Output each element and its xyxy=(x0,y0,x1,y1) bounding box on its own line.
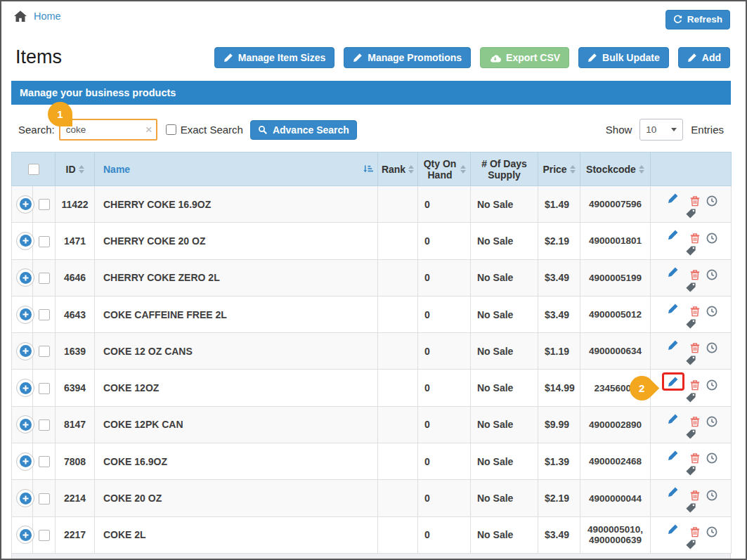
tag-icon[interactable] xyxy=(685,245,696,256)
export-csv-button[interactable]: Export CSV xyxy=(480,47,569,68)
edit-icon[interactable] xyxy=(668,303,679,314)
row-checkbox[interactable] xyxy=(39,199,50,210)
expand-row-button[interactable] xyxy=(16,379,34,397)
column-header-stockcode[interactable]: Stockcode xyxy=(580,152,651,186)
item-stockcode: 4900007596 xyxy=(580,186,651,223)
row-checkbox[interactable] xyxy=(39,493,50,504)
edit-icon[interactable] xyxy=(668,229,679,240)
tag-icon[interactable] xyxy=(685,208,696,219)
delete-icon[interactable] xyxy=(690,342,700,353)
delete-icon[interactable] xyxy=(690,195,700,207)
history-icon[interactable] xyxy=(706,195,717,207)
search-input[interactable] xyxy=(59,119,157,141)
edit-icon[interactable] xyxy=(668,193,679,204)
tag-icon[interactable] xyxy=(685,539,696,550)
history-icon[interactable] xyxy=(706,233,717,244)
edit-icon[interactable] xyxy=(668,339,679,351)
expand-row-button[interactable] xyxy=(16,452,34,471)
expand-row-button[interactable] xyxy=(16,415,34,434)
column-header-rank[interactable]: Rank xyxy=(378,152,418,186)
item-id: 2214 xyxy=(56,480,95,516)
row-checkbox[interactable] xyxy=(39,309,50,320)
item-stockcode: 4900000044 xyxy=(580,480,651,516)
row-checkbox[interactable] xyxy=(39,530,50,541)
clear-search-icon[interactable]: × xyxy=(145,124,152,136)
item-price: $9.99 xyxy=(538,406,580,443)
exact-search-checkbox[interactable] xyxy=(166,124,176,135)
plus-circle-icon xyxy=(20,308,32,320)
column-header-days-supply[interactable]: # Of Days Supply xyxy=(471,152,538,186)
item-qty-on-hand: 0 xyxy=(418,296,471,332)
row-checkbox[interactable] xyxy=(39,383,50,394)
item-id: 4643 xyxy=(56,296,95,332)
breadcrumb-home-link[interactable]: Home xyxy=(34,11,61,22)
plus-circle-icon xyxy=(20,493,32,504)
row-checkbox[interactable] xyxy=(39,419,50,431)
tag-icon[interactable] xyxy=(685,502,696,514)
expand-row-button[interactable] xyxy=(16,306,34,324)
expand-row-button[interactable] xyxy=(16,342,34,360)
edit-highlight-box xyxy=(662,336,684,354)
manage-item-sizes-button[interactable]: Manage Item Sizes xyxy=(214,47,335,68)
history-icon[interactable] xyxy=(706,342,717,353)
row-checkbox[interactable] xyxy=(39,456,50,467)
edit-highlight-box xyxy=(662,226,684,244)
item-rank xyxy=(378,516,418,553)
history-icon[interactable] xyxy=(706,526,717,538)
tag-icon[interactable] xyxy=(685,392,696,403)
column-header-id[interactable]: ID xyxy=(56,152,95,186)
row-checkbox[interactable] xyxy=(39,346,50,357)
edit-icon[interactable] xyxy=(668,450,679,461)
history-icon[interactable] xyxy=(706,306,717,317)
edit-icon[interactable] xyxy=(668,266,679,278)
column-header-price[interactable]: Price xyxy=(538,152,580,186)
column-header-qty-on-hand[interactable]: Qty On Hand xyxy=(418,152,471,186)
expand-row-button[interactable] xyxy=(16,489,34,507)
expand-row-button[interactable] xyxy=(16,195,34,214)
delete-icon[interactable] xyxy=(690,233,700,244)
sort-icon xyxy=(570,165,576,174)
refresh-button[interactable]: Refresh xyxy=(665,10,730,30)
item-rank xyxy=(378,480,418,516)
advance-search-button[interactable]: Advance Search xyxy=(250,120,357,140)
delete-icon[interactable] xyxy=(690,379,700,391)
delete-icon[interactable] xyxy=(690,306,700,317)
delete-icon[interactable] xyxy=(690,452,700,464)
row-checkbox[interactable] xyxy=(39,273,50,284)
history-icon[interactable] xyxy=(706,490,717,501)
tag-icon[interactable] xyxy=(685,429,696,440)
plus-circle-icon xyxy=(20,529,32,541)
expand-row-button[interactable] xyxy=(16,268,34,287)
column-header-name[interactable]: Name xyxy=(95,152,378,186)
history-icon[interactable] xyxy=(706,452,717,464)
expand-row-button[interactable] xyxy=(16,232,34,250)
delete-icon[interactable] xyxy=(690,490,700,501)
callout-step-1-badge: 1 xyxy=(48,102,72,126)
page-size-select[interactable]: 10 xyxy=(639,119,683,141)
bulk-update-button[interactable]: Bulk Update xyxy=(578,47,669,68)
edit-icon[interactable] xyxy=(668,523,679,535)
history-icon[interactable] xyxy=(706,416,717,427)
expand-row-button[interactable] xyxy=(16,526,34,544)
edit-icon[interactable] xyxy=(668,486,679,497)
edit-icon[interactable] xyxy=(668,376,679,387)
plus-circle-icon xyxy=(20,345,32,357)
history-icon[interactable] xyxy=(706,269,717,280)
add-button[interactable]: Add xyxy=(678,47,730,68)
home-icon xyxy=(14,11,27,22)
manage-promotions-button[interactable]: Manage Promotions xyxy=(344,47,471,68)
history-icon[interactable] xyxy=(706,379,717,391)
tag-icon[interactable] xyxy=(685,282,696,293)
pencil-icon xyxy=(353,53,363,63)
tag-icon[interactable] xyxy=(685,318,696,330)
delete-icon[interactable] xyxy=(690,526,700,538)
delete-icon[interactable] xyxy=(690,416,700,427)
plus-circle-icon xyxy=(20,455,32,467)
tag-icon[interactable] xyxy=(685,465,696,476)
delete-icon[interactable] xyxy=(690,269,700,280)
row-checkbox[interactable] xyxy=(39,236,50,247)
select-all-checkbox[interactable] xyxy=(28,164,39,175)
edit-icon[interactable] xyxy=(668,413,679,424)
toolbar: Manage Item Sizes Manage Promotions Expo… xyxy=(214,47,730,68)
tag-icon[interactable] xyxy=(685,355,696,366)
